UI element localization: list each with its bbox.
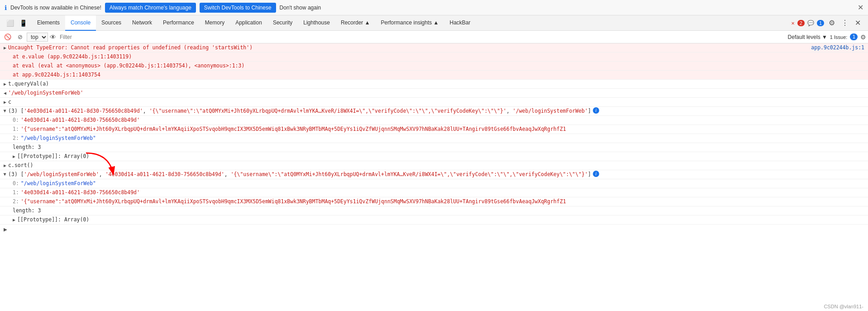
error-text-1: Uncaught TypeError: Cannot read properti… xyxy=(8,44,253,52)
tab-application[interactable]: Application xyxy=(230,15,267,31)
array2-1-val: '4e030d14-a011-4621-8d30-756650c8b49d' xyxy=(21,189,140,196)
tab-elements[interactable]: Elements xyxy=(32,15,65,31)
array1-1-val: '{"username":"atQ0MYxMi+Jht60yXLrbqpUQ+d… xyxy=(21,125,566,133)
array1-0-val: '4e030d14-a011-4621-8d30-756650c8b49d' xyxy=(21,116,140,124)
expand-arrow-error[interactable]: ▶ xyxy=(4,44,6,52)
tab-sources[interactable]: Sources xyxy=(96,15,127,31)
error-file-link-1[interactable]: app.9c02244b.js:1 xyxy=(811,44,868,52)
input-prompt: ▶ xyxy=(4,226,7,233)
console-toolbar: 🚫 ⊘ top 👁 Default levels ▼ 1 Issue: 1 ⚙ xyxy=(0,31,868,43)
warning-icon: 💬 xyxy=(807,20,814,26)
array2-proto-text: [[Prototype]]: Array(0) xyxy=(17,216,89,224)
expand-arrow-queryval[interactable]: ▶ xyxy=(4,80,6,88)
row-array1-0: 0: '4e030d14-a011-4621-8d30-756650c8b49d… xyxy=(0,116,868,125)
array2-0-val: "/web/loginSystemForWeb" xyxy=(21,180,96,187)
warning-badge: 1 xyxy=(817,20,824,26)
error-row-4: at app.9c02244b.js:1:1403754 xyxy=(0,71,868,80)
notification-bar: ℹ DevTools is now available in Chinese! … xyxy=(0,0,868,15)
expand-proto-2[interactable]: ▶ xyxy=(13,216,15,224)
issue-label: 1 Issue: xyxy=(830,34,848,40)
tab-security[interactable]: Security xyxy=(267,15,298,31)
error-icon: ✕ xyxy=(792,20,795,26)
filter-input[interactable] xyxy=(58,33,786,41)
tab-icons: ⬜ 📱 xyxy=(2,19,32,28)
login-result-text: '/web/loginSystemForWeb' xyxy=(8,89,83,97)
error-row-3: at eval (eval at <anonymous> (app.9c0224… xyxy=(0,62,868,71)
watermark: CSDN @vlan911- xyxy=(824,304,863,309)
row-array2-0: 0: "/web/loginSystemForWeb" xyxy=(0,179,868,188)
arrow-left-result: ◀ xyxy=(4,89,6,97)
tab-bar-right: ✕ 2 💬 1 ⚙ ⋮ ✕ xyxy=(792,18,866,28)
row-array2: ▶ (3) ['/web/loginSystemForWeb', '4e030d… xyxy=(0,170,868,179)
context-select[interactable]: top xyxy=(27,33,48,42)
more-icon[interactable]: ⋮ xyxy=(839,18,850,28)
console-toolbar-right: Default levels ▼ 1 Issue: 1 ⚙ xyxy=(788,33,866,41)
error-row-2: at e.value (app.9c02244b.js:1:1403119) xyxy=(0,53,868,62)
tab-lighthouse[interactable]: Lighthouse xyxy=(298,15,335,31)
expand-arrow-arr2[interactable]: ▶ xyxy=(1,173,9,176)
array1-1-label: 1: xyxy=(13,125,19,133)
device-icon[interactable]: 📱 xyxy=(18,19,29,28)
expand-proto-1[interactable]: ▶ xyxy=(13,153,15,160)
array1-label: (3) ['4e030d14-a011-4621-8d30-756650c8b4… xyxy=(8,107,591,115)
inspect-icon[interactable]: ⬜ xyxy=(5,19,16,28)
error-text-4: at app.9c02244b.js:1:1403754 xyxy=(13,71,100,79)
row-login-result: ◀ '/web/loginSystemForWeb' xyxy=(0,89,868,98)
error-text-2: at e.value (app.9c02244b.js:1:1403119) xyxy=(13,53,132,61)
array1-2-label: 2: xyxy=(13,134,19,142)
close-devtools-btn[interactable]: ✕ xyxy=(853,18,863,28)
array2-0-label: 0: xyxy=(13,180,19,187)
array2-1-label: 1: xyxy=(13,189,19,196)
array1-0-label: 0: xyxy=(13,116,19,124)
console-settings-btn[interactable]: ⚙ xyxy=(860,33,866,41)
dont-show-btn[interactable]: Don't show again xyxy=(280,5,321,11)
row-csort: ▶ c.sort() xyxy=(0,161,868,170)
row-queryval: ▶ t.queryVal(a) xyxy=(0,80,868,89)
error-text-3: at eval (eval at <anonymous> (app.9c0224… xyxy=(13,62,244,70)
row-array1-length: length: 3 xyxy=(0,143,868,152)
expand-arrow-c[interactable]: ▶ xyxy=(4,98,6,106)
tab-hackbar[interactable]: HackBar xyxy=(444,15,476,31)
row-array2-proto: ▶ [[Prototype]]: Array(0) xyxy=(0,215,868,225)
tab-memory[interactable]: Memory xyxy=(200,15,230,31)
settings-icon[interactable]: ⚙ xyxy=(827,18,837,28)
clear-console-btn[interactable]: 🚫 xyxy=(2,33,14,41)
row-c: ▶ c xyxy=(0,98,868,107)
expand-arrow-csort[interactable]: ▶ xyxy=(4,162,6,169)
info-icon: ℹ xyxy=(5,4,7,11)
array2-length-text: length: 3 xyxy=(13,207,41,215)
eye-btn[interactable]: 👁 xyxy=(50,33,56,41)
row-array1: ▶ (3) ['4e030d14-a011-4621-8d30-756650c8… xyxy=(0,107,868,116)
row-array1-1: 1: '{"username":"atQ0MYxMi+Jht60yXLrbqpU… xyxy=(0,125,868,134)
queryval-text: t.queryVal(a) xyxy=(8,80,49,88)
close-notif-btn[interactable]: ✕ xyxy=(858,3,863,12)
array2-2-label: 2: xyxy=(13,198,19,206)
switch-devtools-btn[interactable]: Switch DevTools to Chinese xyxy=(200,3,276,13)
console-input[interactable] xyxy=(10,226,100,232)
expand-arrow-arr1[interactable]: ▶ xyxy=(1,110,9,112)
row-array2-length: length: 3 xyxy=(0,206,868,215)
console-output: ▶ Uncaught TypeError: Cannot read proper… xyxy=(0,43,868,311)
always-match-btn[interactable]: Always match Chrome's language xyxy=(105,3,196,13)
csort-section: ▶ c.sort() xyxy=(0,161,868,170)
error-badge: 2 xyxy=(797,20,805,26)
array1-2-val: "/web/loginSystemForWeb" xyxy=(21,134,96,142)
error-row-1: ▶ Uncaught TypeError: Cannot read proper… xyxy=(0,43,868,53)
notif-text: DevTools is now available in Chinese! xyxy=(10,5,101,11)
info-badge-2: i xyxy=(593,171,599,177)
array2-label: (3) ['/web/loginSystemForWeb', '4e030d14… xyxy=(8,171,591,178)
default-levels-btn[interactable]: Default levels ▼ xyxy=(788,34,827,40)
issue-count: 1 xyxy=(850,33,858,40)
tab-console[interactable]: Console xyxy=(65,15,96,31)
tab-network[interactable]: Network xyxy=(127,15,157,31)
array1-length-text: length: 3 xyxy=(13,144,41,151)
row-array1-2: 2: "/web/loginSystemForWeb" xyxy=(0,134,868,143)
info-badge-1: i xyxy=(593,107,599,114)
array2-2-val: '{"username":"atQ0MYxMi+Jht60yXLrbqpUQ+d… xyxy=(21,198,566,206)
block-btn[interactable]: ⊘ xyxy=(15,33,25,41)
tab-perf-insights[interactable]: Performance insights ▲ xyxy=(376,15,444,31)
tab-recorder[interactable]: Recorder ▲ xyxy=(335,15,376,31)
tab-performance[interactable]: Performance xyxy=(157,15,200,31)
array1-proto-text: [[Prototype]]: Array(0) xyxy=(17,153,89,160)
row-array2-2: 2: '{"username":"atQ0MYxMi+Jht60yXLrbqpU… xyxy=(0,197,868,206)
